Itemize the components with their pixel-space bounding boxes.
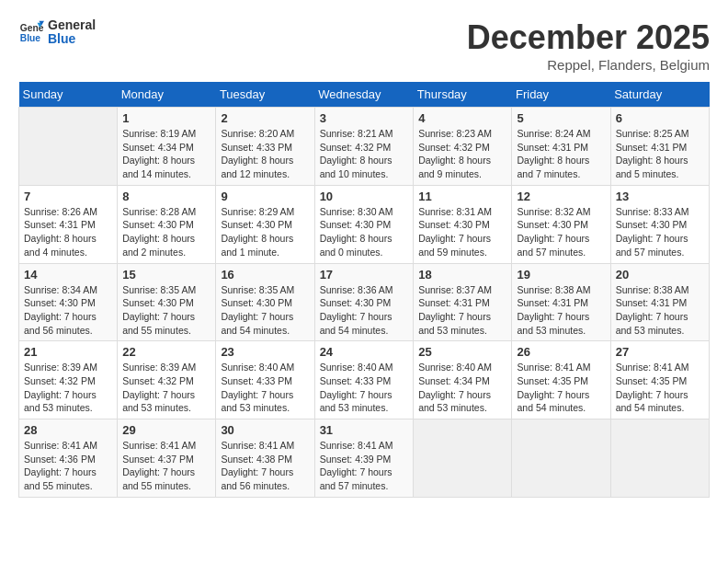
day-info: Sunrise: 8:26 AM Sunset: 4:31 PM Dayligh… xyxy=(24,205,112,259)
calendar-cell: 27Sunrise: 8:41 AM Sunset: 4:35 PM Dayli… xyxy=(610,341,709,419)
day-number: 12 xyxy=(517,190,605,203)
calendar-cell: 21Sunrise: 8:39 AM Sunset: 4:32 PM Dayli… xyxy=(19,341,118,419)
calendar-cell: 11Sunrise: 8:31 AM Sunset: 4:30 PM Dayli… xyxy=(414,185,512,263)
day-info: Sunrise: 8:28 AM Sunset: 4:30 PM Dayligh… xyxy=(122,205,210,259)
logo-line1: General xyxy=(48,18,96,32)
day-info: Sunrise: 8:41 AM Sunset: 4:35 PM Dayligh… xyxy=(616,361,704,415)
svg-text:Blue: Blue xyxy=(20,34,41,44)
calendar-cell: 14Sunrise: 8:34 AM Sunset: 4:30 PM Dayli… xyxy=(19,263,118,341)
day-number: 27 xyxy=(616,345,704,359)
day-info: Sunrise: 8:41 AM Sunset: 4:39 PM Dayligh… xyxy=(320,439,409,493)
day-number: 22 xyxy=(122,345,210,359)
calendar-cell: 20Sunrise: 8:38 AM Sunset: 4:31 PM Dayli… xyxy=(610,263,709,341)
day-info: Sunrise: 8:40 AM Sunset: 4:33 PM Dayligh… xyxy=(221,361,309,415)
calendar-cell xyxy=(512,419,610,498)
calendar-cell: 6Sunrise: 8:25 AM Sunset: 4:31 PM Daylig… xyxy=(610,108,709,186)
calendar-cell: 4Sunrise: 8:23 AM Sunset: 4:32 PM Daylig… xyxy=(414,108,512,186)
day-number: 24 xyxy=(320,345,409,359)
logo-line2: Blue xyxy=(48,32,96,46)
day-info: Sunrise: 8:24 AM Sunset: 4:31 PM Dayligh… xyxy=(517,127,605,181)
calendar-cell: 2Sunrise: 8:20 AM Sunset: 4:33 PM Daylig… xyxy=(216,108,314,186)
day-info: Sunrise: 8:21 AM Sunset: 4:32 PM Dayligh… xyxy=(320,127,409,181)
day-info: Sunrise: 8:37 AM Sunset: 4:31 PM Dayligh… xyxy=(418,283,506,338)
day-number: 23 xyxy=(221,345,309,359)
calendar-subtitle: Reppel, Flanders, Belgium xyxy=(467,57,710,73)
day-number: 2 xyxy=(221,111,309,125)
calendar-cell: 30Sunrise: 8:41 AM Sunset: 4:38 PM Dayli… xyxy=(216,419,314,498)
day-number: 5 xyxy=(517,111,605,125)
calendar-cell: 7Sunrise: 8:26 AM Sunset: 4:31 PM Daylig… xyxy=(19,185,118,263)
calendar-cell: 25Sunrise: 8:40 AM Sunset: 4:34 PM Dayli… xyxy=(414,341,512,419)
calendar-cell: 29Sunrise: 8:41 AM Sunset: 4:37 PM Dayli… xyxy=(118,419,216,498)
logo: General Blue General Blue xyxy=(18,18,96,47)
calendar-week-2: 7Sunrise: 8:26 AM Sunset: 4:31 PM Daylig… xyxy=(19,185,710,263)
day-number: 7 xyxy=(24,190,112,203)
day-number: 8 xyxy=(122,190,210,203)
day-number: 17 xyxy=(320,268,409,282)
day-number: 16 xyxy=(221,268,309,282)
day-info: Sunrise: 8:32 AM Sunset: 4:30 PM Dayligh… xyxy=(517,205,605,259)
day-info: Sunrise: 8:39 AM Sunset: 4:32 PM Dayligh… xyxy=(24,361,112,415)
page-header: General Blue General Blue December 2025 … xyxy=(18,18,710,73)
weekday-header-saturday: Saturday xyxy=(610,82,709,108)
calendar-cell: 3Sunrise: 8:21 AM Sunset: 4:32 PM Daylig… xyxy=(314,108,414,186)
weekday-header-sunday: Sunday xyxy=(19,82,118,108)
calendar-cell: 28Sunrise: 8:41 AM Sunset: 4:36 PM Dayli… xyxy=(19,419,118,498)
day-number: 26 xyxy=(517,345,605,359)
day-number: 6 xyxy=(616,111,704,125)
calendar-week-5: 28Sunrise: 8:41 AM Sunset: 4:36 PM Dayli… xyxy=(19,419,710,498)
calendar-cell: 16Sunrise: 8:35 AM Sunset: 4:30 PM Dayli… xyxy=(216,263,314,341)
day-number: 1 xyxy=(122,111,210,125)
day-info: Sunrise: 8:41 AM Sunset: 4:38 PM Dayligh… xyxy=(221,439,309,493)
day-number: 4 xyxy=(418,111,506,125)
day-number: 11 xyxy=(418,190,506,203)
day-info: Sunrise: 8:34 AM Sunset: 4:30 PM Dayligh… xyxy=(24,283,112,338)
day-number: 31 xyxy=(320,423,409,437)
day-number: 21 xyxy=(24,345,112,359)
day-number: 20 xyxy=(616,268,704,282)
day-number: 3 xyxy=(320,111,409,125)
calendar-cell: 18Sunrise: 8:37 AM Sunset: 4:31 PM Dayli… xyxy=(414,263,512,341)
day-number: 13 xyxy=(616,190,704,203)
calendar-cell: 17Sunrise: 8:36 AM Sunset: 4:30 PM Dayli… xyxy=(314,263,414,341)
day-number: 25 xyxy=(418,345,506,359)
calendar-cell: 8Sunrise: 8:28 AM Sunset: 4:30 PM Daylig… xyxy=(118,185,216,263)
weekday-header-row: SundayMondayTuesdayWednesdayThursdayFrid… xyxy=(19,82,710,108)
day-number: 15 xyxy=(122,268,210,282)
calendar-cell: 9Sunrise: 8:29 AM Sunset: 4:30 PM Daylig… xyxy=(216,185,314,263)
title-block: December 2025 Reppel, Flanders, Belgium xyxy=(467,18,710,73)
calendar-cell xyxy=(610,419,709,498)
calendar-cell xyxy=(414,419,512,498)
calendar-cell: 24Sunrise: 8:40 AM Sunset: 4:33 PM Dayli… xyxy=(314,341,414,419)
calendar-cell: 13Sunrise: 8:33 AM Sunset: 4:30 PM Dayli… xyxy=(610,185,709,263)
day-info: Sunrise: 8:35 AM Sunset: 4:30 PM Dayligh… xyxy=(122,283,210,338)
calendar-cell: 22Sunrise: 8:39 AM Sunset: 4:32 PM Dayli… xyxy=(118,341,216,419)
day-info: Sunrise: 8:40 AM Sunset: 4:34 PM Dayligh… xyxy=(418,361,506,415)
day-info: Sunrise: 8:19 AM Sunset: 4:34 PM Dayligh… xyxy=(122,127,210,181)
calendar-cell: 26Sunrise: 8:41 AM Sunset: 4:35 PM Dayli… xyxy=(512,341,610,419)
calendar-cell: 10Sunrise: 8:30 AM Sunset: 4:30 PM Dayli… xyxy=(314,185,414,263)
weekday-header-wednesday: Wednesday xyxy=(314,82,414,108)
day-info: Sunrise: 8:20 AM Sunset: 4:33 PM Dayligh… xyxy=(221,127,309,181)
day-info: Sunrise: 8:40 AM Sunset: 4:33 PM Dayligh… xyxy=(320,361,409,415)
calendar-title: December 2025 xyxy=(467,18,710,57)
weekday-header-thursday: Thursday xyxy=(414,82,512,108)
day-info: Sunrise: 8:31 AM Sunset: 4:30 PM Dayligh… xyxy=(418,205,506,259)
day-info: Sunrise: 8:36 AM Sunset: 4:30 PM Dayligh… xyxy=(320,283,409,338)
day-info: Sunrise: 8:25 AM Sunset: 4:31 PM Dayligh… xyxy=(616,127,704,181)
weekday-header-friday: Friday xyxy=(512,82,610,108)
calendar-week-4: 21Sunrise: 8:39 AM Sunset: 4:32 PM Dayli… xyxy=(19,341,710,419)
weekday-header-tuesday: Tuesday xyxy=(216,82,314,108)
calendar-week-1: 1Sunrise: 8:19 AM Sunset: 4:34 PM Daylig… xyxy=(19,108,710,186)
calendar-cell: 15Sunrise: 8:35 AM Sunset: 4:30 PM Dayli… xyxy=(118,263,216,341)
day-info: Sunrise: 8:33 AM Sunset: 4:30 PM Dayligh… xyxy=(616,205,704,259)
day-number: 19 xyxy=(517,268,605,282)
calendar-week-3: 14Sunrise: 8:34 AM Sunset: 4:30 PM Dayli… xyxy=(19,263,710,341)
logo-icon: General Blue xyxy=(18,19,44,45)
day-info: Sunrise: 8:38 AM Sunset: 4:31 PM Dayligh… xyxy=(616,283,704,338)
weekday-header-monday: Monday xyxy=(118,82,216,108)
calendar-cell: 23Sunrise: 8:40 AM Sunset: 4:33 PM Dayli… xyxy=(216,341,314,419)
day-info: Sunrise: 8:35 AM Sunset: 4:30 PM Dayligh… xyxy=(221,283,309,338)
day-number: 14 xyxy=(24,268,112,282)
calendar-cell: 19Sunrise: 8:38 AM Sunset: 4:31 PM Dayli… xyxy=(512,263,610,341)
